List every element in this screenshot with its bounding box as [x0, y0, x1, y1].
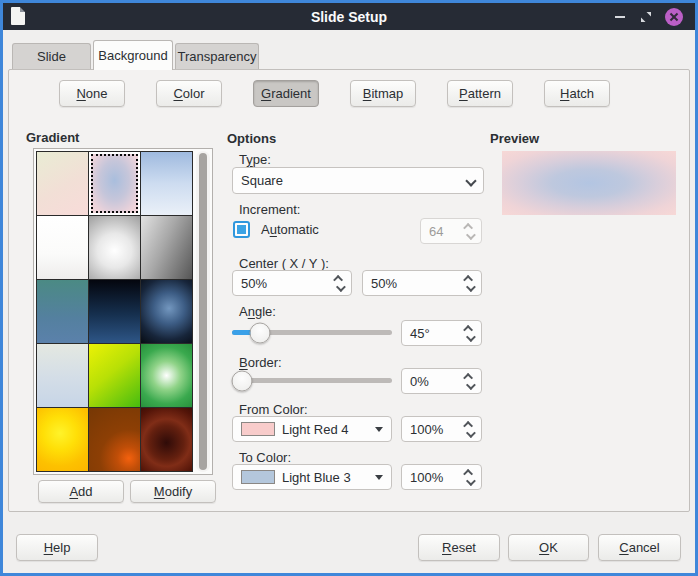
gradient-swatch[interactable] — [141, 344, 192, 407]
from-color-percent-spinner[interactable]: 100% — [401, 416, 482, 442]
close-icon — [665, 8, 683, 26]
fill-bitmap-button[interactable]: Bitmap — [350, 80, 416, 107]
gradient-swatch[interactable] — [37, 216, 88, 279]
gradient-swatch[interactable] — [141, 152, 192, 215]
to-color-swatch — [241, 470, 275, 484]
to-color-select[interactable]: Light Blue 3 — [232, 464, 392, 490]
border-spinner[interactable]: 0% — [401, 368, 482, 394]
button-label: Cancel — [619, 540, 659, 555]
from-color-swatch — [241, 422, 275, 436]
tab-label: Background — [98, 48, 167, 63]
increment-spinner: 64 — [420, 218, 482, 244]
button-label: Help — [44, 540, 71, 555]
gradient-swatch-list — [33, 148, 213, 475]
restore-button[interactable] — [637, 8, 655, 26]
fill-gradient-button[interactable]: Gradient — [253, 80, 319, 107]
border-label: Border: — [239, 355, 282, 370]
button-label: Add — [69, 484, 92, 499]
type-label: Type: — [239, 152, 271, 167]
fill-none-button[interactable]: None — [59, 80, 125, 107]
button-label: Bitmap — [363, 86, 404, 101]
scrollbar-thumb[interactable] — [199, 153, 207, 470]
close-button[interactable] — [665, 8, 683, 26]
modify-gradient-button[interactable]: Modify — [130, 480, 216, 503]
to-color-value: Light Blue 3 — [282, 470, 369, 485]
from-color-percent: 100% — [410, 422, 460, 437]
increment-label: Increment: — [239, 202, 300, 217]
increment-value: 64 — [429, 224, 460, 239]
gradient-swatch-selected[interactable] — [89, 152, 140, 215]
titlebar[interactable]: Slide Setup — [3, 3, 695, 30]
angle-slider[interactable] — [232, 330, 392, 335]
border-value: 0% — [410, 374, 460, 389]
tab-transparency[interactable]: Transparency — [175, 43, 259, 69]
button-label: Modify — [154, 484, 192, 499]
window-title: Slide Setup — [3, 9, 695, 25]
angle-slider-handle[interactable] — [250, 322, 271, 343]
gradient-swatch[interactable] — [89, 280, 140, 343]
center-x-spinner[interactable]: 50% — [232, 270, 352, 296]
gradient-swatch[interactable] — [89, 408, 140, 471]
gradient-swatch[interactable] — [37, 408, 88, 471]
gradient-swatch-grid — [36, 151, 193, 472]
center-y-value: 50% — [371, 276, 460, 291]
button-label: Hatch — [560, 86, 594, 101]
angle-value: 45° — [410, 326, 460, 341]
tab-label: Transparency — [178, 49, 257, 64]
type-select-value: Square — [241, 173, 461, 188]
minimize-icon — [615, 16, 625, 18]
reset-button[interactable]: Reset — [418, 534, 500, 561]
tab-label: Slide — [37, 49, 66, 64]
angle-label: Angle: — [239, 304, 276, 319]
cancel-button[interactable]: Cancel — [598, 534, 681, 561]
slide-setup-window: Slide Setup Slide Background Transparenc… — [0, 0, 698, 576]
fill-pattern-button[interactable]: Pattern — [447, 80, 513, 107]
center-x-value: 50% — [241, 276, 330, 291]
from-color-label: From Color: — [239, 402, 308, 417]
button-label: OK — [539, 540, 558, 555]
to-color-label: To Color: — [239, 450, 291, 465]
minimize-button[interactable] — [611, 8, 629, 26]
gradient-swatch[interactable] — [141, 216, 192, 279]
fill-hatch-button[interactable]: Hatch — [544, 80, 610, 107]
type-select[interactable]: Square — [232, 167, 484, 194]
ok-button[interactable]: OK — [508, 534, 589, 561]
options-section-header: Options — [227, 131, 276, 146]
gradient-swatch[interactable] — [141, 408, 192, 471]
from-color-select[interactable]: Light Red 4 — [232, 416, 392, 442]
tab-background[interactable]: Background — [93, 40, 173, 70]
from-color-value: Light Red 4 — [282, 422, 369, 437]
add-gradient-button[interactable]: Add — [38, 480, 124, 503]
gradient-swatch[interactable] — [37, 152, 88, 215]
gradient-swatch[interactable] — [37, 344, 88, 407]
automatic-checkbox[interactable] — [233, 221, 250, 238]
preview-section-header: Preview — [490, 131, 539, 146]
gradient-section-header: Gradient — [26, 130, 79, 145]
gradient-list-scrollbar[interactable] — [196, 151, 210, 472]
tab-slide[interactable]: Slide — [12, 43, 91, 69]
help-button[interactable]: Help — [16, 534, 98, 561]
fill-color-button[interactable]: Color — [156, 80, 222, 107]
dropdown-arrow-icon — [375, 427, 383, 432]
center-xy-label: Center ( X / Y ): — [239, 256, 329, 271]
to-color-percent: 100% — [410, 470, 460, 485]
dropdown-arrow-icon — [375, 475, 383, 480]
automatic-label: Automatic — [261, 222, 319, 237]
gradient-swatch[interactable] — [89, 344, 140, 407]
restore-icon — [640, 11, 652, 23]
border-slider[interactable] — [232, 378, 392, 383]
button-label: None — [76, 86, 107, 101]
gradient-swatch[interactable] — [141, 280, 192, 343]
button-label: Pattern — [459, 86, 501, 101]
gradient-swatch[interactable] — [89, 216, 140, 279]
button-label: Color — [173, 86, 204, 101]
dialog-body: Slide Setup Slide Background Transparenc… — [3, 3, 695, 573]
angle-spinner[interactable]: 45° — [401, 320, 482, 346]
border-slider-handle[interactable] — [232, 370, 253, 391]
to-color-percent-spinner[interactable]: 100% — [401, 464, 482, 490]
button-label: Reset — [442, 540, 476, 555]
checkbox-checked-icon — [237, 225, 246, 234]
chevron-down-icon — [465, 175, 476, 186]
center-y-spinner[interactable]: 50% — [362, 270, 482, 296]
gradient-swatch[interactable] — [37, 280, 88, 343]
